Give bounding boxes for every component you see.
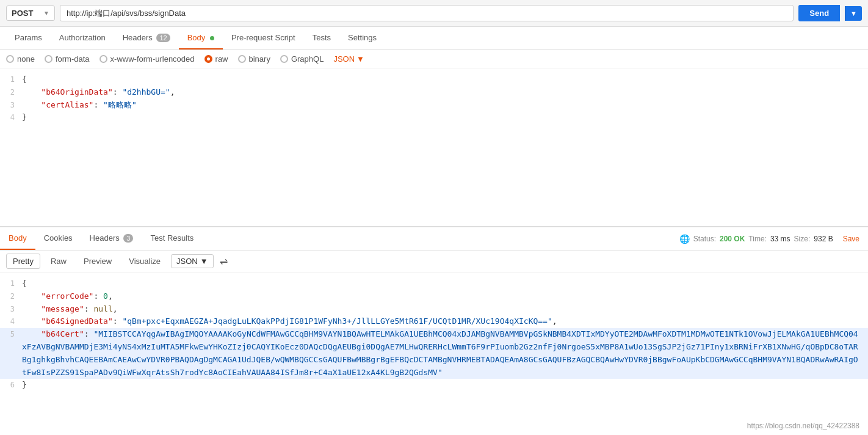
code-line-3: 3 "certAlias": "略略略"	[0, 99, 868, 112]
resp-line-6: 6 }	[0, 379, 868, 392]
fmt-preview[interactable]: Preview	[77, 254, 118, 269]
json-format-arrow-icon: ▼	[356, 54, 364, 64]
resp-line-num-5: 5	[0, 328, 22, 340]
save-link[interactable]: Save	[843, 235, 859, 243]
resp-val-message: null	[93, 304, 112, 313]
tab-body[interactable]: Body	[179, 27, 223, 49]
tab-pre-request-script[interactable]: Pre-request Script	[223, 27, 304, 49]
resp-line-content-4: "b64SignedData": "qBm+pxc+EqxmAEGZA+Jqad…	[22, 315, 868, 328]
resp-line-num-4: 4	[0, 315, 22, 327]
radio-none[interactable]: none	[6, 54, 35, 64]
tab-settings[interactable]: Settings	[339, 27, 385, 49]
code-line-1: 1 {	[0, 73, 868, 86]
radio-none-label: none	[17, 54, 35, 64]
status-label: Status:	[693, 235, 716, 243]
json-format-label: JSON	[333, 54, 355, 64]
resp-line-content-5: "b64Cert": "MIIBSTCCAYqgAwIBAgIMQOYAAAAK…	[22, 328, 868, 379]
code-lines: 1 { 2 "b64OriginData": "d2hhbGU=", 3 "ce…	[0, 68, 868, 129]
tab-headers[interactable]: Headers 12	[114, 27, 179, 49]
resp-tab-body[interactable]: Body	[0, 227, 35, 250]
resp-tab-cookies[interactable]: Cookies	[35, 227, 81, 250]
resp-line-content-2: "errorCode": 0,	[22, 290, 868, 303]
url-input[interactable]	[60, 5, 794, 21]
resp-key-errorcode: "errorCode"	[41, 291, 93, 301]
resp-line-4: 4 "b64SignedData": "qBm+pxc+EqxmAEGZA+Jq…	[0, 315, 868, 328]
line-content-3: "certAlias": "略略略"	[22, 99, 868, 112]
fmt-pretty[interactable]: Pretty	[6, 254, 40, 269]
tab-authorization[interactable]: Authorization	[51, 27, 114, 49]
line-content-4: }	[22, 111, 868, 124]
fmt-visualize[interactable]: Visualize	[122, 254, 167, 269]
radio-graphql[interactable]: GraphQL	[280, 54, 324, 64]
resp-line-1: 1 {	[0, 277, 868, 290]
radio-form-data-label: form-data	[56, 54, 90, 64]
radio-raw[interactable]: raw	[204, 54, 228, 64]
radio-none-circle	[6, 55, 14, 63]
resp-val-errorcode: 0	[103, 291, 108, 301]
resp-line-content-1: {	[22, 277, 868, 290]
response-tabs: Body Cookies Headers 3 Test Results	[0, 227, 202, 250]
resp-key-b64signeddata: "b64SignedData"	[41, 316, 112, 326]
resp-tab-test-results[interactable]: Test Results	[142, 227, 202, 250]
line-num-4: 4	[0, 111, 22, 123]
response-meta: 🌐 Status: 200 OK Time: 33 ms Size: 932 B…	[679, 234, 868, 244]
top-bar: POST ▼ Send ▼	[0, 0, 868, 27]
resp-line-5: 5 "b64Cert": "MIIBSTCCAYqgAwIBAgIMQOYAAA…	[0, 328, 868, 379]
radio-form-data-circle	[45, 55, 52, 63]
req-key-certalias: "certAlias"	[41, 100, 93, 109]
resp-line-num-3: 3	[0, 303, 22, 315]
tab-tests[interactable]: Tests	[304, 27, 339, 49]
headers-badge: 12	[156, 34, 170, 42]
fmt-raw[interactable]: Raw	[44, 254, 73, 269]
wrap-icon[interactable]: ⇌	[220, 255, 228, 267]
req-val-certalias: "略略略"	[103, 100, 137, 109]
resp-line-content-3: "message": null,	[22, 303, 868, 316]
resp-line-num-2: 2	[0, 290, 22, 302]
response-format-select[interactable]: JSON ▼	[171, 254, 214, 268]
radio-raw-label: raw	[215, 54, 228, 64]
json-format-dropdown[interactable]: JSON ▼	[333, 54, 364, 64]
radio-form-data[interactable]: form-data	[45, 54, 90, 64]
send-button[interactable]: Send	[798, 5, 840, 21]
resp-headers-badge: 3	[123, 234, 133, 243]
response-format-arrow-icon: ▼	[200, 257, 208, 266]
code-line-2: 2 "b64OriginData": "d2hhbGU=",	[0, 86, 868, 99]
method-arrow-icon: ▼	[43, 10, 49, 16]
req-val-b64origindata: "d2hhbGU="	[122, 87, 170, 97]
line-content-2: "b64OriginData": "d2hhbGU=",	[22, 86, 868, 99]
resp-key-b64cert: "b64Cert"	[41, 329, 84, 338]
resp-line-3: 3 "message": null,	[0, 303, 868, 316]
resp-key-message: "message"	[41, 304, 84, 313]
body-dot	[210, 36, 214, 40]
response-section: Body Cookies Headers 3 Test Results 🌐 St…	[0, 227, 868, 397]
radio-urlencoded-circle	[99, 55, 107, 63]
resp-line-num-6: 6	[0, 379, 22, 391]
send-dropdown-button[interactable]: ▼	[845, 6, 862, 21]
status-value: 200 OK	[720, 235, 745, 243]
globe-icon: 🌐	[679, 234, 690, 244]
response-format-label: JSON	[176, 257, 198, 266]
radio-urlencoded[interactable]: x-www-form-urlencoded	[99, 54, 195, 64]
method-select[interactable]: POST ▼	[6, 5, 55, 21]
time-value: 33 ms	[770, 235, 790, 243]
response-body: 1 { 2 "errorCode": 0, 3 "message": null,…	[0, 272, 868, 397]
radio-graphql-circle	[280, 55, 288, 63]
resp-tab-headers[interactable]: Headers 3	[81, 227, 142, 250]
line-num-3: 3	[0, 99, 22, 111]
body-options-bar: none form-data x-www-form-urlencoded raw…	[0, 50, 868, 68]
response-tab-bar-row: Body Cookies Headers 3 Test Results 🌐 St…	[0, 227, 868, 250]
size-value: 932 B	[814, 235, 833, 243]
radio-raw-circle	[204, 55, 212, 63]
tab-params[interactable]: Params	[6, 27, 51, 49]
size-label: Size:	[794, 235, 811, 243]
format-bar: Pretty Raw Preview Visualize JSON ▼ ⇌	[0, 250, 868, 272]
line-num-1: 1	[0, 73, 22, 86]
radio-binary-circle	[238, 55, 246, 63]
resp-val-b64signeddata: "qBm+pxc+EqxmAEGZA+JqadgLuLKQakPPdjIG81P…	[122, 316, 552, 326]
radio-graphql-label: GraphQL	[291, 54, 324, 64]
request-editor[interactable]: 1 { 2 "b64OriginData": "d2hhbGU=", 3 "ce…	[0, 68, 868, 227]
line-num-2: 2	[0, 86, 22, 98]
req-key-b64origindata: "b64OriginData"	[41, 87, 112, 97]
radio-binary[interactable]: binary	[238, 54, 270, 64]
resp-line-2: 2 "errorCode": 0,	[0, 290, 868, 303]
